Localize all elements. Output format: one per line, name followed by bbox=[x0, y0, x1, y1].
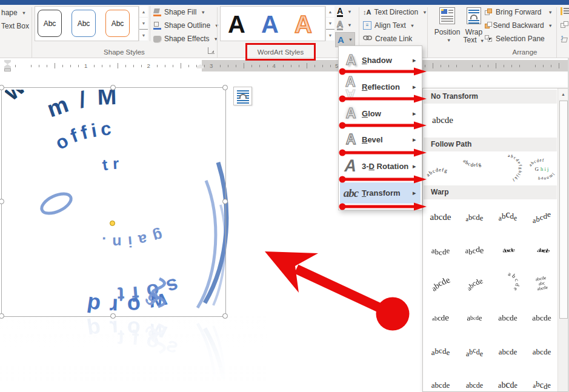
ruler-tick bbox=[480, 65, 481, 67]
adjust-handle[interactable] bbox=[110, 221, 115, 226]
menu-item-transform[interactable]: abcTransform▸ bbox=[340, 182, 421, 204]
ruler-tick bbox=[15, 65, 16, 67]
selection-pane-button[interactable]: Selection Pane bbox=[485, 35, 553, 43]
warp-item-ring-inside[interactable]: abcde bbox=[491, 233, 524, 266]
warp-item-twist-up-large[interactable]: abcde bbox=[424, 267, 457, 300]
warp-item-bulge[interactable]: abcde bbox=[491, 368, 524, 392]
ruler-tick bbox=[433, 63, 433, 68]
wrap-text-button[interactable]: Wrap Text ▼ bbox=[462, 6, 486, 51]
annotation-arrow bbox=[337, 121, 428, 130]
ruler-tick bbox=[78, 65, 79, 67]
warp-item-ring-outside[interactable]: abcde bbox=[525, 233, 558, 266]
svg-text:abcde: abcde bbox=[466, 346, 483, 358]
svg-text:lmnopq: lmnopq bbox=[537, 172, 556, 182]
create-link-button[interactable]: Create Link bbox=[363, 35, 412, 43]
chevron-down-icon: ▼ bbox=[548, 10, 553, 15]
warp-item-slant-up[interactable]: abcde bbox=[525, 200, 558, 233]
ruler-tick bbox=[314, 65, 315, 67]
warp-item-plain-f[interactable]: abcde bbox=[458, 368, 491, 392]
text-outline-button[interactable]: A ▼ bbox=[337, 20, 352, 30]
follow-path-item-circle[interactable]: abcdefghijkl bbox=[491, 153, 524, 184]
follow-path-item-arch-down[interactable]: abcdefg bbox=[458, 153, 491, 184]
wordart-style-orange[interactable]: A bbox=[294, 12, 312, 36]
gallery-more-icon[interactable]: ▼ bbox=[326, 29, 334, 41]
gallery-up-icon[interactable]: ▲ bbox=[139, 6, 148, 18]
shape-fill-button[interactable]: Shape Fill▼ bbox=[153, 8, 205, 16]
selection-handle-mid-right[interactable] bbox=[222, 199, 228, 204]
chevron-down-icon: ▼ bbox=[347, 22, 351, 28]
shape-styles-dialog-launcher[interactable] bbox=[208, 47, 215, 54]
ruler-tick bbox=[181, 63, 181, 68]
warp-item-circle-pour[interactable]: abcde bbox=[491, 267, 524, 300]
align-objects-icon[interactable] bbox=[561, 7, 569, 16]
menu-item-3-d-rotation[interactable]: A3-D Rotation▸ bbox=[340, 156, 421, 177]
selection-handle-bottom-right[interactable] bbox=[222, 313, 228, 319]
gallery-more-icon[interactable]: ▼ bbox=[139, 29, 148, 41]
selection-handle-top-right[interactable] bbox=[222, 85, 228, 90]
chevron-down-icon: ▼ bbox=[480, 38, 484, 44]
warp-item-pinch-middle[interactable]: abcde bbox=[458, 301, 491, 333]
shape-effects-button[interactable]: Shape Effects▼ bbox=[153, 35, 218, 43]
shape-style-thumb-1[interactable]: Abc bbox=[38, 10, 62, 37]
warp-item-arch-up-small[interactable]: abcde bbox=[458, 200, 491, 233]
rotate-objects-icon[interactable]: ⤴ bbox=[561, 35, 569, 44]
bring-forward-button[interactable]: Bring Forward▼ bbox=[485, 8, 553, 16]
gallery-up-icon[interactable]: ▲ bbox=[326, 6, 334, 18]
ruler-tick bbox=[133, 65, 134, 67]
ruler-tick bbox=[39, 65, 39, 67]
shape-style-thumb-3[interactable]: Abc bbox=[105, 10, 130, 37]
submenu-scrollbar[interactable]: ▲ bbox=[557, 88, 568, 391]
align-text-button[interactable]: ≡ Align Text▼ bbox=[363, 21, 414, 30]
shape-outline-button[interactable]: Shape Outline▼ bbox=[153, 21, 219, 30]
scrollbar-thumb[interactable] bbox=[559, 101, 568, 319]
gallery-down-icon[interactable]: ▼ bbox=[326, 18, 334, 29]
selection-handle-top-mid[interactable] bbox=[110, 85, 116, 90]
hanging-indent-marker[interactable] bbox=[4, 64, 11, 68]
warp-item-triangle-large[interactable]: abcde bbox=[424, 200, 457, 233]
scrollbar-up-button[interactable]: ▲ bbox=[559, 89, 568, 99]
warp-item-plain-a[interactable]: abcde bbox=[491, 301, 524, 333]
warp-item-plain-c[interactable]: abcde bbox=[491, 334, 524, 367]
wordart-gallery-scroll[interactable]: ▲ ▼ ▼ bbox=[325, 6, 334, 41]
wordart-style-black[interactable]: A bbox=[228, 12, 245, 36]
ruler-tick bbox=[456, 65, 457, 67]
warp-item-twist-up[interactable]: abcde bbox=[458, 267, 491, 300]
bring-forward-icon bbox=[485, 8, 493, 16]
group-objects-icon[interactable] bbox=[561, 21, 569, 30]
shape-outline-icon bbox=[153, 22, 161, 30]
wordart-style-blue[interactable]: A bbox=[261, 12, 279, 36]
ruler-tick bbox=[70, 65, 71, 67]
warp-item-grow-right[interactable]: abcde bbox=[424, 301, 457, 333]
warp-item-wave-down[interactable]: abcde bbox=[525, 368, 558, 392]
send-backward-button[interactable]: Send Backward▼ bbox=[485, 21, 553, 30]
text-outline-icon: A bbox=[337, 20, 343, 30]
warp-item-arch-mild[interactable]: abcde bbox=[424, 334, 457, 367]
follow-path-item-button[interactable]: abcdefG h i jlmnopq bbox=[525, 153, 558, 184]
warp-item-wave-mid[interactable]: abcde bbox=[458, 233, 491, 266]
warp-item-peak[interactable]: abcde bbox=[491, 200, 524, 233]
warp-item-arch-down[interactable]: abcde bbox=[424, 233, 457, 266]
ruler-tick bbox=[251, 65, 252, 67]
gallery-down-icon[interactable]: ▼ bbox=[139, 18, 148, 29]
shape-gallery-scroll[interactable]: ▲ ▼ ▼ bbox=[139, 6, 148, 41]
warp-item-plain-e[interactable]: abcde bbox=[424, 368, 457, 392]
text-box-button[interactable]: Text Box bbox=[1, 22, 29, 30]
shape-style-thumb-2[interactable]: Abc bbox=[72, 10, 96, 37]
selection-handle-bottom-mid[interactable] bbox=[110, 313, 116, 319]
follow-path-item-arch-up[interactable]: abcdefg bbox=[424, 153, 457, 184]
warp-item-peak-mild[interactable]: abcde bbox=[458, 334, 491, 367]
first-line-indent-marker[interactable] bbox=[4, 60, 11, 64]
warp-item-plain-b[interactable]: abcde bbox=[525, 301, 558, 333]
no-transform-item[interactable]: abcde bbox=[424, 105, 556, 136]
position-button[interactable]: Position ▼ bbox=[433, 6, 462, 51]
svg-text:abcde: abcde bbox=[467, 314, 482, 322]
ruler-tick bbox=[196, 65, 197, 67]
ruler-tick bbox=[55, 63, 55, 68]
edit-shape-button[interactable]: hape▼ bbox=[1, 8, 26, 17]
warp-item-stack[interactable]: abcdeabcabcde bbox=[525, 267, 558, 300]
warp-item-plain-d[interactable]: abcde bbox=[525, 334, 558, 367]
text-fill-button[interactable]: A ▼ bbox=[337, 7, 352, 17]
layout-options-button[interactable] bbox=[233, 87, 252, 105]
text-direction-button[interactable]: ↕A Text Direction▼ bbox=[363, 8, 427, 16]
svg-text:abcde: abcde bbox=[536, 247, 551, 254]
